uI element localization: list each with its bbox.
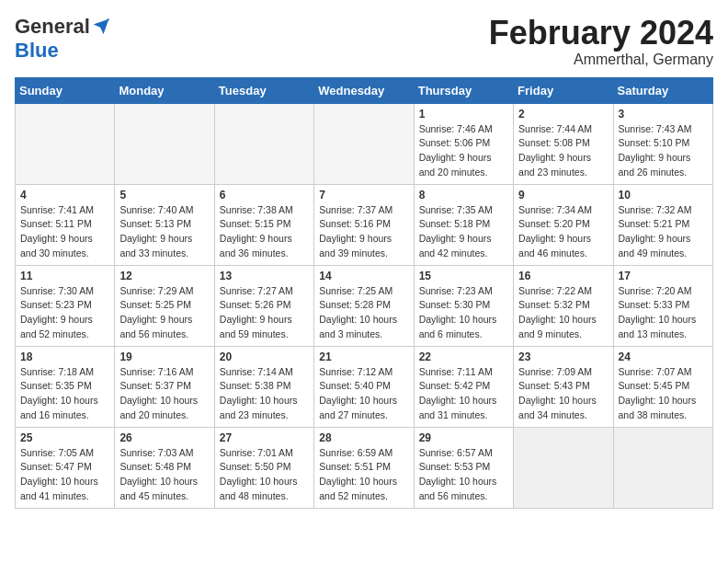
day-info: Sunrise: 7:12 AMSunset: 5:40 PMDaylight:… — [319, 365, 408, 423]
calendar-cell: 28Sunrise: 6:59 AMSunset: 5:51 PMDayligh… — [314, 427, 414, 508]
calendar-cell: 23Sunrise: 7:09 AMSunset: 5:43 PMDayligh… — [514, 346, 613, 427]
calendar-cell: 14Sunrise: 7:25 AMSunset: 5:28 PMDayligh… — [314, 265, 414, 346]
logo-bird-icon — [92, 17, 110, 36]
day-number: 26 — [119, 431, 209, 444]
calendar-cell: 26Sunrise: 7:03 AMSunset: 5:48 PMDayligh… — [115, 427, 214, 508]
calendar-cell: 9Sunrise: 7:34 AMSunset: 5:20 PMDaylight… — [514, 184, 613, 265]
day-info: Sunrise: 7:01 AMSunset: 5:50 PMDaylight:… — [220, 446, 309, 504]
calendar-cell: 29Sunrise: 6:57 AMSunset: 5:53 PMDayligh… — [414, 427, 513, 508]
day-info: Sunrise: 7:18 AMSunset: 5:35 PMDaylight:… — [20, 365, 109, 423]
calendar-cell — [314, 103, 414, 184]
day-info: Sunrise: 7:27 AMSunset: 5:26 PMDaylight:… — [220, 284, 309, 342]
calendar-cell: 21Sunrise: 7:12 AMSunset: 5:40 PMDayligh… — [314, 346, 414, 427]
column-header-tuesday: Tuesday — [214, 77, 313, 103]
calendar-cell: 19Sunrise: 7:16 AMSunset: 5:37 PMDayligh… — [115, 346, 214, 427]
day-number: 20 — [220, 350, 309, 363]
day-number: 29 — [419, 431, 508, 444]
calendar-cell: 15Sunrise: 7:23 AMSunset: 5:30 PMDayligh… — [414, 265, 513, 346]
calendar-cell: 24Sunrise: 7:07 AMSunset: 5:45 PMDayligh… — [613, 346, 712, 427]
location-text: Ammerthal, Germany — [489, 52, 713, 68]
day-info: Sunrise: 7:40 AMSunset: 5:13 PMDaylight:… — [119, 203, 209, 261]
column-header-saturday: Saturday — [613, 77, 712, 103]
day-info: Sunrise: 7:37 AMSunset: 5:16 PMDaylight:… — [319, 203, 408, 261]
day-info: Sunrise: 7:20 AMSunset: 5:33 PMDaylight:… — [619, 284, 708, 342]
day-info: Sunrise: 7:23 AMSunset: 5:30 PMDaylight:… — [419, 284, 508, 342]
day-info: Sunrise: 7:38 AMSunset: 5:15 PMDaylight:… — [220, 203, 309, 261]
logo: General Blue — [15, 15, 110, 63]
day-info: Sunrise: 7:16 AMSunset: 5:37 PMDaylight:… — [119, 365, 209, 423]
calendar-week-2: 4Sunrise: 7:41 AMSunset: 5:11 PMDaylight… — [16, 184, 713, 265]
day-number: 21 — [319, 350, 408, 363]
calendar-cell: 6Sunrise: 7:38 AMSunset: 5:15 PMDaylight… — [214, 184, 313, 265]
day-info: Sunrise: 7:43 AMSunset: 5:10 PMDaylight:… — [619, 122, 708, 180]
day-number: 3 — [619, 108, 708, 121]
column-header-thursday: Thursday — [414, 77, 513, 103]
day-info: Sunrise: 7:25 AMSunset: 5:28 PMDaylight:… — [319, 284, 408, 342]
day-info: Sunrise: 7:14 AMSunset: 5:38 PMDaylight:… — [220, 365, 309, 423]
title-area: February 2024 Ammerthal, Germany — [489, 15, 713, 68]
logo-blue-text: Blue — [15, 39, 59, 63]
day-number: 2 — [518, 108, 608, 121]
day-number: 12 — [119, 270, 209, 282]
column-header-sunday: Sunday — [16, 77, 115, 103]
column-header-wednesday: Wednesday — [314, 77, 414, 103]
month-title: February 2024 — [489, 15, 713, 52]
day-info: Sunrise: 7:34 AMSunset: 5:20 PMDaylight:… — [518, 203, 608, 261]
calendar-cell — [16, 103, 115, 184]
day-number: 28 — [319, 431, 408, 444]
calendar-cell — [115, 103, 214, 184]
calendar-cell: 16Sunrise: 7:22 AMSunset: 5:32 PMDayligh… — [514, 265, 613, 346]
day-number: 7 — [319, 189, 408, 201]
day-number: 22 — [419, 350, 508, 363]
calendar-week-1: 1Sunrise: 7:46 AMSunset: 5:06 PMDaylight… — [16, 103, 713, 184]
column-header-monday: Monday — [115, 77, 214, 103]
calendar-cell: 2Sunrise: 7:44 AMSunset: 5:08 PMDaylight… — [514, 103, 613, 184]
calendar-cell: 17Sunrise: 7:20 AMSunset: 5:33 PMDayligh… — [613, 265, 712, 346]
day-info: Sunrise: 7:44 AMSunset: 5:08 PMDaylight:… — [518, 122, 608, 180]
day-info: Sunrise: 7:05 AMSunset: 5:47 PMDaylight:… — [20, 446, 109, 504]
calendar-cell: 13Sunrise: 7:27 AMSunset: 5:26 PMDayligh… — [214, 265, 313, 346]
calendar-cell: 1Sunrise: 7:46 AMSunset: 5:06 PMDaylight… — [414, 103, 513, 184]
calendar-table: SundayMondayTuesdayWednesdayThursdayFrid… — [15, 77, 713, 509]
calendar-cell: 5Sunrise: 7:40 AMSunset: 5:13 PMDaylight… — [115, 184, 214, 265]
day-info: Sunrise: 7:32 AMSunset: 5:21 PMDaylight:… — [619, 203, 708, 261]
day-info: Sunrise: 7:35 AMSunset: 5:18 PMDaylight:… — [419, 203, 508, 261]
day-number: 6 — [220, 189, 309, 201]
day-number: 23 — [518, 350, 608, 363]
day-number: 17 — [619, 270, 708, 282]
day-info: Sunrise: 7:22 AMSunset: 5:32 PMDaylight:… — [518, 284, 608, 342]
day-number: 19 — [119, 350, 209, 363]
day-info: Sunrise: 7:41 AMSunset: 5:11 PMDaylight:… — [20, 203, 109, 261]
calendar-cell — [514, 427, 613, 508]
calendar-week-4: 18Sunrise: 7:18 AMSunset: 5:35 PMDayligh… — [16, 346, 713, 427]
calendar-cell: 22Sunrise: 7:11 AMSunset: 5:42 PMDayligh… — [414, 346, 513, 427]
calendar-cell: 4Sunrise: 7:41 AMSunset: 5:11 PMDaylight… — [16, 184, 115, 265]
calendar-cell: 7Sunrise: 7:37 AMSunset: 5:16 PMDaylight… — [314, 184, 414, 265]
calendar-cell: 20Sunrise: 7:14 AMSunset: 5:38 PMDayligh… — [214, 346, 313, 427]
day-number: 8 — [419, 189, 508, 201]
calendar-cell: 27Sunrise: 7:01 AMSunset: 5:50 PMDayligh… — [214, 427, 313, 508]
calendar-cell: 12Sunrise: 7:29 AMSunset: 5:25 PMDayligh… — [115, 265, 214, 346]
calendar-week-5: 25Sunrise: 7:05 AMSunset: 5:47 PMDayligh… — [16, 427, 713, 508]
day-number: 14 — [319, 270, 408, 282]
day-info: Sunrise: 7:03 AMSunset: 5:48 PMDaylight:… — [119, 446, 209, 504]
day-info: Sunrise: 6:59 AMSunset: 5:51 PMDaylight:… — [319, 446, 408, 504]
calendar-cell: 18Sunrise: 7:18 AMSunset: 5:35 PMDayligh… — [16, 346, 115, 427]
calendar-cell: 8Sunrise: 7:35 AMSunset: 5:18 PMDaylight… — [414, 184, 513, 265]
day-number: 9 — [518, 189, 608, 201]
day-number: 16 — [518, 270, 608, 282]
calendar-cell: 10Sunrise: 7:32 AMSunset: 5:21 PMDayligh… — [613, 184, 712, 265]
calendar-cell: 3Sunrise: 7:43 AMSunset: 5:10 PMDaylight… — [613, 103, 712, 184]
day-number: 27 — [220, 431, 309, 444]
day-info: Sunrise: 7:30 AMSunset: 5:23 PMDaylight:… — [20, 284, 109, 342]
day-number: 25 — [20, 431, 109, 444]
column-header-friday: Friday — [514, 77, 613, 103]
day-number: 13 — [220, 270, 309, 282]
day-number: 4 — [20, 189, 109, 201]
day-number: 15 — [419, 270, 508, 282]
calendar-cell: 25Sunrise: 7:05 AMSunset: 5:47 PMDayligh… — [16, 427, 115, 508]
day-info: Sunrise: 7:29 AMSunset: 5:25 PMDaylight:… — [119, 284, 209, 342]
calendar-cell — [214, 103, 313, 184]
calendar-header-row: SundayMondayTuesdayWednesdayThursdayFrid… — [16, 77, 713, 103]
day-info: Sunrise: 7:11 AMSunset: 5:42 PMDaylight:… — [419, 365, 508, 423]
